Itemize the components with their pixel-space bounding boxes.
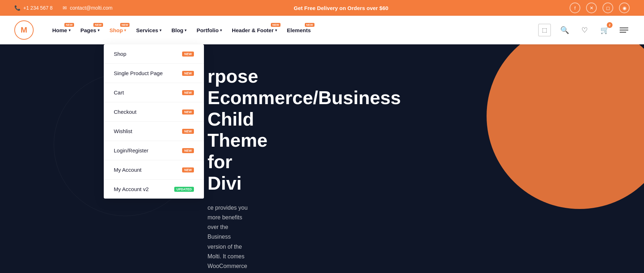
email-icon: ✉ bbox=[63, 5, 67, 11]
hf-new-badge: NEW bbox=[271, 23, 280, 27]
nav-services-label: Services bbox=[136, 27, 158, 33]
shop-new-badge-dd: NEW bbox=[182, 52, 194, 57]
nav-item-shop[interactable]: NEW Shop ▾ bbox=[105, 24, 131, 36]
nav-item-elements[interactable]: NEW Elements bbox=[283, 24, 315, 36]
nav-shop-label: Shop bbox=[109, 27, 123, 33]
nav-portfolio-label: Portfolio bbox=[196, 27, 219, 33]
wishlist-button[interactable]: ♡ bbox=[578, 24, 591, 36]
pages-new-badge: NEW bbox=[93, 23, 103, 27]
logo-letter: M bbox=[21, 25, 27, 35]
logo[interactable]: M bbox=[14, 20, 34, 40]
nav-item-pages[interactable]: NEW Pages ▾ bbox=[76, 24, 104, 36]
email-info: ✉ contact@molti.com bbox=[63, 5, 112, 11]
login-new-badge: NEW bbox=[182, 148, 194, 153]
phone-info: 📞 +1 234 567 8 bbox=[14, 5, 53, 11]
hero-title-line1: rpose Ecommerce/Business bbox=[208, 66, 401, 108]
dropdown-checkout-label: Checkout bbox=[114, 109, 136, 115]
dropdown-item-single-product[interactable]: Single Product Page NEW bbox=[104, 64, 204, 83]
elements-new-badge: NEW bbox=[305, 23, 314, 27]
checkout-new-badge: NEW bbox=[182, 109, 194, 114]
my-account-new-badge: NEW bbox=[182, 167, 194, 172]
cart-count-badge: 2 bbox=[607, 22, 613, 28]
dribbble-icon[interactable]: ◉ bbox=[619, 3, 630, 13]
social-icons: f ✕ ◻ ◉ bbox=[570, 3, 630, 13]
services-chevron-icon: ▾ bbox=[160, 28, 161, 32]
hamburger-line-1 bbox=[620, 28, 628, 28]
nav-items: NEW Home ▾ NEW Pages ▾ NEW Shop ▾ Servic… bbox=[48, 24, 538, 36]
dropdown-item-shop[interactable]: Shop NEW bbox=[104, 44, 204, 64]
dropdown-item-checkout[interactable]: Checkout NEW bbox=[104, 102, 204, 122]
single-product-new-badge: NEW bbox=[182, 71, 194, 76]
shop-dropdown: Shop NEW Single Product Page NEW Cart NE… bbox=[104, 44, 204, 199]
nav-item-services[interactable]: Services ▾ bbox=[132, 24, 166, 36]
dropdown-item-my-account-v2[interactable]: My Account v2 UPDATED bbox=[104, 180, 204, 199]
nav-pages-label: Pages bbox=[80, 27, 96, 33]
nav-home-label: Home bbox=[52, 27, 67, 33]
nav-item-header-footer[interactable]: NEW Header & Footer ▾ bbox=[228, 24, 281, 36]
hf-chevron-icon: ▾ bbox=[275, 28, 277, 32]
dropdown-item-login[interactable]: Login/Register NEW bbox=[104, 141, 204, 160]
dropdown-wishlist-label: Wishlist bbox=[114, 128, 132, 134]
portfolio-chevron-icon: ▾ bbox=[220, 28, 222, 32]
cart-button[interactable]: 🛒 2 bbox=[598, 24, 611, 36]
nav-actions: ⬚ 🔍 ♡ 🛒 2 bbox=[538, 24, 630, 36]
hamburger-line-3 bbox=[620, 32, 626, 33]
hamburger-menu[interactable] bbox=[618, 26, 630, 34]
home-chevron-icon: ▾ bbox=[69, 28, 70, 32]
hamburger-line-2 bbox=[620, 30, 628, 30]
login-button[interactable]: ⬚ bbox=[538, 24, 551, 36]
nav-elements-label: Elements bbox=[287, 27, 311, 33]
blog-chevron-icon: ▾ bbox=[185, 28, 186, 32]
navbar: M NEW Home ▾ NEW Pages ▾ NEW Shop ▾ Serv… bbox=[0, 16, 644, 44]
dropdown-my-account-v2-label: My Account v2 bbox=[114, 186, 149, 192]
search-button[interactable]: 🔍 bbox=[558, 24, 571, 36]
hero-title: rpose Ecommerce/Business Child Theme for… bbox=[208, 66, 250, 194]
cart-new-badge: NEW bbox=[182, 90, 194, 95]
nav-blog-label: Blog bbox=[171, 27, 183, 33]
top-bar: 📞 +1 234 567 8 ✉ contact@molti.com Get F… bbox=[0, 0, 644, 16]
dropdown-shop-label: Shop bbox=[114, 51, 126, 57]
my-account-v2-updated-badge: UPDATED bbox=[174, 187, 194, 192]
nav-item-home[interactable]: NEW Home ▾ bbox=[48, 24, 75, 36]
shop-chevron-icon: ▾ bbox=[124, 28, 126, 32]
instagram-icon[interactable]: ◻ bbox=[602, 3, 613, 13]
dropdown-item-cart[interactable]: Cart NEW bbox=[104, 83, 204, 102]
dropdown-single-product-label: Single Product Page bbox=[114, 70, 163, 76]
facebook-icon[interactable]: f bbox=[570, 3, 580, 13]
top-bar-left: 📞 +1 234 567 8 ✉ contact@molti.com bbox=[14, 5, 112, 11]
hero-section: rpose Ecommerce/Business Child Theme for… bbox=[0, 44, 644, 273]
nav-hf-label: Header & Footer bbox=[232, 27, 274, 33]
dropdown-cart-label: Cart bbox=[114, 89, 124, 96]
twitter-icon[interactable]: ✕ bbox=[586, 3, 597, 13]
hero-bg-circle bbox=[487, 44, 644, 209]
dropdown-item-wishlist[interactable]: Wishlist NEW bbox=[104, 122, 204, 141]
nav-item-blog[interactable]: Blog ▾ bbox=[167, 24, 191, 36]
hero-description: ce provides you more benefits over the B… bbox=[208, 203, 250, 273]
promo-text: Get Free Delivery on Orders over $60 bbox=[294, 5, 388, 11]
home-new-badge: NEW bbox=[64, 23, 74, 27]
hero-title-line2: Child Theme for Divi bbox=[208, 109, 268, 194]
nav-item-portfolio[interactable]: Portfolio ▾ bbox=[192, 24, 226, 36]
pages-chevron-icon: ▾ bbox=[98, 28, 99, 32]
shop-new-badge: NEW bbox=[120, 23, 130, 27]
dropdown-my-account-label: My Account bbox=[114, 167, 142, 173]
phone-icon: 📞 bbox=[14, 5, 20, 11]
wishlist-new-badge: NEW bbox=[182, 129, 194, 134]
dropdown-login-label: Login/Register bbox=[114, 147, 148, 153]
dropdown-item-my-account[interactable]: My Account NEW bbox=[104, 160, 204, 180]
